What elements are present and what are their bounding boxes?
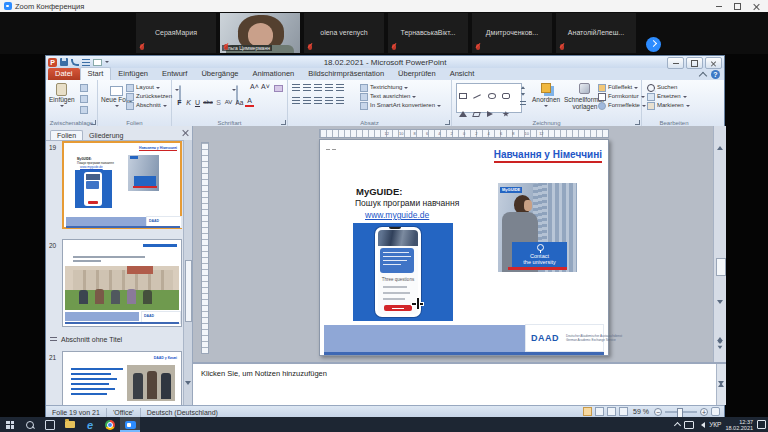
change-case-button[interactable]: Aa bbox=[234, 99, 245, 106]
italic-button[interactable]: K bbox=[184, 99, 193, 106]
dialog-launcher-icon[interactable] bbox=[281, 120, 286, 125]
convert-smartart-button[interactable]: In SmartArt konvertieren bbox=[360, 101, 441, 110]
shrink-font-button[interactable]: A˅ bbox=[261, 83, 270, 90]
tab-animationen[interactable]: Animationen bbox=[246, 68, 302, 80]
cut-icon[interactable] bbox=[80, 84, 88, 92]
character-spacing-button[interactable]: AV bbox=[223, 99, 234, 105]
tab-datei[interactable]: Datei bbox=[48, 68, 80, 80]
increase-indent-icon[interactable] bbox=[325, 84, 333, 91]
font-color-button[interactable]: A bbox=[245, 97, 254, 107]
panel-scrollbar-thumb[interactable] bbox=[185, 260, 192, 322]
align-right-icon[interactable] bbox=[314, 97, 322, 104]
panel-scrollbar[interactable] bbox=[183, 140, 192, 405]
qat-customize-icon[interactable] bbox=[105, 61, 109, 65]
myguide-link[interactable]: www.myguide.de bbox=[365, 210, 429, 220]
paste-button[interactable]: Einfügen bbox=[49, 83, 75, 109]
underline-button[interactable]: U bbox=[193, 99, 202, 106]
replace-button[interactable]: Ersetzen bbox=[647, 92, 690, 101]
clear-formatting-icon[interactable] bbox=[274, 85, 283, 92]
list-icon[interactable] bbox=[82, 59, 90, 66]
shape-outline-button[interactable]: Formkontur bbox=[598, 92, 646, 101]
line-spacing-icon[interactable] bbox=[336, 84, 344, 91]
shapes-more-icon[interactable] bbox=[520, 101, 526, 106]
taskbar-search-button[interactable] bbox=[20, 417, 40, 432]
slide-thumbnail-21[interactable]: DAAD у Києві bbox=[62, 351, 182, 405]
slide-heading[interactable]: MyGUIDE: bbox=[356, 186, 402, 197]
fit-to-window-button[interactable] bbox=[711, 407, 720, 416]
select-button[interactable]: Markieren bbox=[647, 101, 690, 110]
align-center-icon[interactable] bbox=[303, 97, 311, 104]
new-slide-icon[interactable] bbox=[93, 59, 102, 66]
file-explorer-button[interactable] bbox=[60, 417, 80, 432]
slide-thumbnail-20[interactable]: DAAD bbox=[62, 239, 182, 327]
scroll-up-icon[interactable] bbox=[717, 129, 723, 147]
network-icon[interactable] bbox=[684, 421, 694, 429]
tab-start[interactable]: Start bbox=[80, 67, 112, 80]
save-icon[interactable] bbox=[60, 58, 68, 66]
help-icon[interactable]: ? bbox=[711, 70, 720, 79]
section-button[interactable]: Abschnitt bbox=[126, 101, 172, 110]
zoom-slider-handle[interactable] bbox=[677, 408, 683, 418]
notes-pane[interactable]: Klicken Sie, um Notizen hinzuzufügen bbox=[193, 362, 726, 405]
language-indicator[interactable]: УКР bbox=[709, 421, 721, 428]
powerpoint-logo-icon[interactable]: P bbox=[48, 58, 57, 67]
close-button[interactable] bbox=[705, 57, 722, 69]
text-direction-button[interactable]: Textrichtung bbox=[360, 83, 441, 92]
bullets-icon[interactable] bbox=[292, 84, 300, 91]
minimize-ribbon-icon[interactable] bbox=[699, 71, 707, 79]
undo-icon[interactable] bbox=[71, 59, 79, 66]
tab-entwurf[interactable]: Entwurf bbox=[155, 68, 194, 80]
notes-scroll-down-icon[interactable] bbox=[718, 385, 724, 403]
zoom-slider[interactable] bbox=[665, 411, 697, 413]
speaker-icon[interactable] bbox=[698, 422, 705, 428]
horizontal-ruler[interactable]: 12 10 8 6 4 2 0 2 4 6 8 10 12 bbox=[319, 129, 609, 138]
reading-view-button[interactable] bbox=[607, 407, 616, 416]
align-left-icon[interactable] bbox=[292, 97, 300, 104]
normal-view-button[interactable] bbox=[583, 407, 592, 416]
panel-scroll-down-icon[interactable] bbox=[185, 385, 191, 403]
participant-tile[interactable]: АнатолійЛепеш... bbox=[556, 13, 636, 53]
notes-placeholder[interactable]: Klicken Sie, um Notizen hinzuzufügen bbox=[201, 369, 327, 378]
maximize-icon[interactable] bbox=[734, 3, 741, 10]
tray-expand-icon[interactable] bbox=[674, 422, 681, 429]
zoom-in-button[interactable]: + bbox=[700, 408, 708, 416]
dialog-launcher-icon[interactable] bbox=[635, 120, 640, 125]
strikethrough-button[interactable]: abc bbox=[202, 99, 214, 105]
tab-einfuegen[interactable]: Einfügen bbox=[111, 68, 155, 80]
arrange-button[interactable]: Anordnen bbox=[532, 83, 560, 109]
chrome-button[interactable] bbox=[100, 417, 120, 432]
minimize-icon[interactable] bbox=[716, 6, 722, 7]
bold-button[interactable]: F bbox=[175, 99, 184, 106]
tab-ueberpruefen[interactable]: Überprüfen bbox=[391, 68, 443, 80]
shape-fill-button[interactable]: Fülleffekt bbox=[598, 83, 646, 92]
scrollbar-thumb[interactable] bbox=[716, 258, 726, 276]
dialog-launcher-icon[interactable] bbox=[91, 120, 96, 125]
slideshow-view-button[interactable] bbox=[619, 407, 628, 416]
shapes-scroll-down-icon[interactable] bbox=[521, 93, 525, 98]
columns-icon[interactable] bbox=[336, 97, 344, 104]
shapes-scroll-up-icon[interactable] bbox=[521, 84, 525, 89]
find-button[interactable]: Suchen bbox=[647, 83, 690, 92]
tab-gliederung[interactable]: Gliederung bbox=[83, 131, 129, 140]
vertical-ruler[interactable] bbox=[201, 142, 209, 354]
task-view-button[interactable] bbox=[40, 417, 60, 432]
participant-video-tile[interactable]: Ольга Циммерманн bbox=[220, 13, 300, 53]
tab-ansicht[interactable]: Ansicht bbox=[443, 68, 482, 80]
next-participants-button[interactable] bbox=[646, 37, 661, 52]
minimize-button[interactable] bbox=[667, 57, 684, 69]
shape-effects-button[interactable]: Formeffekte bbox=[598, 101, 646, 110]
participant-tile[interactable]: СераяМария bbox=[136, 13, 216, 53]
tab-bildschirmpraesentation[interactable]: Bildschirmpräsentation bbox=[301, 68, 391, 80]
justify-icon[interactable] bbox=[325, 97, 333, 104]
zoom-out-button[interactable]: − bbox=[654, 408, 662, 416]
shapes-gallery[interactable] bbox=[456, 83, 522, 113]
copy-icon[interactable] bbox=[80, 95, 88, 103]
dialog-launcher-icon[interactable] bbox=[445, 120, 450, 125]
grow-font-button[interactable]: A˄ bbox=[250, 83, 259, 90]
vertical-scrollbar[interactable] bbox=[713, 126, 726, 362]
slide-title[interactable]: Навчання у Німеччині bbox=[494, 149, 602, 163]
taskbar-clock[interactable]: 12:37 18.02.2021 bbox=[725, 419, 753, 431]
participant-tile[interactable]: ТернавськаВікт... bbox=[388, 13, 468, 53]
restore-button[interactable] bbox=[686, 57, 703, 69]
decrease-indent-icon[interactable] bbox=[314, 84, 322, 91]
